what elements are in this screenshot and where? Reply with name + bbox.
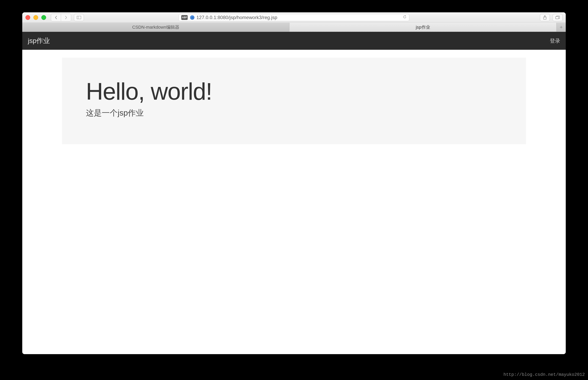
svg-rect-4 xyxy=(556,17,559,19)
site-navbar: jsp作业 登录 xyxy=(22,32,566,50)
minimize-window-button[interactable] xyxy=(33,15,38,20)
globe-icon xyxy=(190,15,195,20)
url-text: 127.0.0.1:8080/jsp/homework3/reg.jsp xyxy=(196,15,403,20)
new-tab-button[interactable]: + xyxy=(557,23,566,32)
jumbotron: Hello, world! 这是一个jsp作业 xyxy=(62,58,526,144)
share-button[interactable] xyxy=(540,14,550,21)
reload-icon[interactable] xyxy=(403,15,407,20)
tab-label: jsp作业 xyxy=(416,24,430,30)
site-brand[interactable]: jsp作业 xyxy=(28,36,50,45)
hero-subtitle: 这是一个jsp作业 xyxy=(86,107,502,118)
svg-rect-0 xyxy=(77,16,81,19)
back-button[interactable] xyxy=(51,14,61,21)
window-controls xyxy=(25,15,46,20)
login-link[interactable]: 登录 xyxy=(550,38,560,44)
address-bar[interactable]: ABP 127.0.0.1:8080/jsp/homework3/reg.jsp xyxy=(179,14,409,21)
abp-icon[interactable]: ABP xyxy=(181,15,188,20)
close-window-button[interactable] xyxy=(25,15,30,20)
nav-button-group xyxy=(51,14,71,21)
tab-bar: CSDN-markdown编辑器 jsp作业 + xyxy=(22,23,566,32)
forward-button[interactable] xyxy=(61,14,71,21)
tab-jsp-homework[interactable]: jsp作业 xyxy=(289,23,557,32)
titlebar: ABP 127.0.0.1:8080/jsp/homework3/reg.jsp xyxy=(22,12,566,23)
browser-window: ABP 127.0.0.1:8080/jsp/homework3/reg.jsp… xyxy=(22,12,566,354)
tab-csdn-editor[interactable]: CSDN-markdown编辑器 xyxy=(22,23,289,32)
watermark-text: http://blog.csdn.net/mayuko2012 xyxy=(503,372,585,377)
maximize-window-button[interactable] xyxy=(41,15,46,20)
page-content: jsp作业 登录 Hello, world! 这是一个jsp作业 xyxy=(22,32,566,354)
sidebar-toggle-button[interactable] xyxy=(74,14,84,21)
hero-title: Hello, world! xyxy=(86,77,502,105)
tabs-button[interactable] xyxy=(552,14,563,21)
toolbar-right xyxy=(540,14,563,21)
tab-label: CSDN-markdown编辑器 xyxy=(132,24,179,30)
